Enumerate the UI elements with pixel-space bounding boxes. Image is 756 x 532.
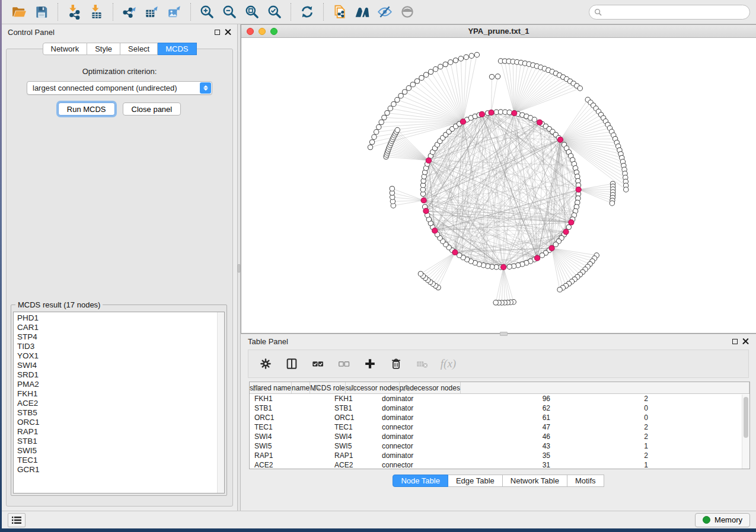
cell-shared-name[interactable]: SWI4 [250,432,330,441]
cell-name[interactable]: STB1 [330,403,377,413]
table-tab[interactable]: Network Table [503,475,567,487]
export-network-button[interactable] [118,2,141,22]
table-row[interactable]: ORC1 ORC1 dominator 61 0 [250,413,749,422]
cell-successor-nodes[interactable]: 43 [466,441,555,451]
table-row[interactable]: STB1 STB1 dominator 62 0 [250,403,749,413]
float-table-panel-icon[interactable] [732,339,738,344]
table-options-button[interactable] [257,355,275,373]
cell-shared-name[interactable]: ORC1 [250,413,330,422]
cell-predecessor-nodes[interactable]: 2 [555,432,653,441]
cell-predecessor-nodes[interactable]: 2 [555,422,653,432]
cell-shared-name[interactable]: FKH1 [250,394,330,403]
table-tab[interactable]: Edge Table [448,475,503,487]
refresh-layout-button[interactable] [296,2,318,22]
network-canvas[interactable] [241,38,756,333]
table-row[interactable]: RAP1 RAP1 dominator 35 2 [250,451,749,460]
control-panel-tab[interactable]: Select [120,43,158,55]
table-row[interactable]: SWI4 SWI4 dominator 46 2 [250,432,749,441]
cell-shared-name[interactable]: STB1 [250,403,330,413]
table-row[interactable]: FKH1 FKH1 dominator 96 2 [250,394,749,403]
table-tab[interactable]: Motifs [567,475,604,487]
table-column-header[interactable]: name [292,382,310,393]
share-document-button[interactable] [328,2,351,22]
zoom-fit-button[interactable] [241,2,263,22]
cell-name[interactable]: FKH1 [330,394,377,403]
cell-predecessor-nodes[interactable]: 2 [555,394,653,403]
cell-mcds-role[interactable]: dominator [377,432,466,441]
mcds-list-scrollbar[interactable] [217,312,224,493]
zoom-selected-button[interactable] [263,2,286,22]
cell-name[interactable]: TEC1 [330,422,377,432]
table-column-header[interactable]: predecessor nodes [400,382,461,393]
close-table-panel-icon[interactable] [742,338,749,345]
cell-successor-nodes[interactable]: 62 [466,403,555,413]
import-table-button[interactable] [85,2,108,22]
cell-mcds-role[interactable]: dominator [377,394,466,403]
select-all-rows-button[interactable] [309,355,327,373]
cell-predecessor-nodes[interactable]: 1 [555,441,653,451]
zoom-out-button[interactable] [218,2,241,22]
cell-shared-name[interactable]: RAP1 [250,451,330,460]
import-network-button[interactable] [63,2,85,22]
horizontal-splitter-grip[interactable] [500,332,508,336]
mcds-result-item[interactable]: PMA2 [17,380,224,389]
mcds-result-item[interactable]: PHD1 [17,313,224,323]
delete-table-button[interactable] [413,355,431,373]
cell-shared-name[interactable]: TEC1 [250,422,330,432]
splitter-grip[interactable] [238,264,240,273]
cell-name[interactable]: RAP1 [330,451,377,460]
close-panel-icon[interactable] [225,29,231,36]
run-mcds-button[interactable]: Run MCDS [58,102,115,116]
open-file-button[interactable] [8,2,30,22]
close-panel-button[interactable]: Close panel [123,102,181,116]
zoom-in-button[interactable] [196,2,218,22]
mcds-result-item[interactable]: CAR1 [17,323,224,332]
cell-mcds-role[interactable]: connector [377,460,466,469]
table-column-header[interactable]: successor nodes [346,382,400,393]
control-panel-tab[interactable]: MCDS [158,43,196,55]
deselect-all-rows-button[interactable] [335,355,353,373]
cell-predecessor-nodes[interactable]: 2 [555,451,653,460]
save-session-button[interactable] [30,2,53,22]
cell-successor-nodes[interactable]: 96 [466,394,555,403]
cell-successor-nodes[interactable]: 47 [466,422,555,432]
export-table-button[interactable] [141,2,163,22]
cell-shared-name[interactable]: ACE2 [250,460,330,469]
table-row[interactable]: ACE2 ACE2 connector 31 1 [250,460,749,469]
mcds-result-item[interactable]: ORC1 [17,418,224,427]
cell-name[interactable]: ORC1 [330,413,377,422]
search-input[interactable] [605,8,745,16]
mcds-result-item[interactable]: TID3 [17,342,224,351]
cell-predecessor-nodes[interactable]: 0 [555,403,653,413]
mcds-result-item[interactable]: STP4 [17,332,224,342]
table-column-header[interactable]: shared name [250,382,292,393]
cell-mcds-role[interactable]: dominator [377,403,466,413]
cell-predecessor-nodes[interactable]: 0 [555,413,653,422]
column-view-button[interactable] [283,355,301,373]
mcds-result-item[interactable]: FKH1 [17,389,224,399]
mcds-result-item[interactable]: SWI5 [17,446,224,456]
memory-button[interactable]: Memory [695,513,750,527]
cell-name[interactable]: SWI4 [330,432,377,441]
hide-details-button[interactable] [374,2,396,22]
add-column-button[interactable] [361,355,379,373]
cell-name[interactable]: ACE2 [330,460,377,469]
mcds-result-item[interactable]: STB1 [17,437,224,446]
export-image-button[interactable] [163,2,186,22]
cell-successor-nodes[interactable]: 61 [466,413,555,422]
table-scrollbar[interactable] [742,395,749,469]
cell-successor-nodes[interactable]: 31 [466,460,555,469]
cell-predecessor-nodes[interactable]: 1 [555,460,653,469]
cell-name[interactable]: SWI5 [330,441,377,451]
table-row[interactable]: SWI5 SWI5 connector 43 1 [250,441,749,451]
cell-successor-nodes[interactable]: 35 [466,451,555,460]
mcds-result-item[interactable]: SWI4 [17,361,224,370]
mcds-result-item[interactable]: ACE2 [17,399,224,408]
mcds-result-item[interactable]: YOX1 [17,351,224,361]
cell-mcds-role[interactable]: dominator [377,413,466,422]
cell-shared-name[interactable]: SWI5 [250,441,330,451]
mcds-result-item[interactable]: STB5 [17,408,224,418]
cell-mcds-role[interactable]: connector [377,441,466,451]
mcds-result-item[interactable]: GCR1 [17,465,224,475]
mcds-result-item[interactable]: RAP1 [17,427,224,437]
